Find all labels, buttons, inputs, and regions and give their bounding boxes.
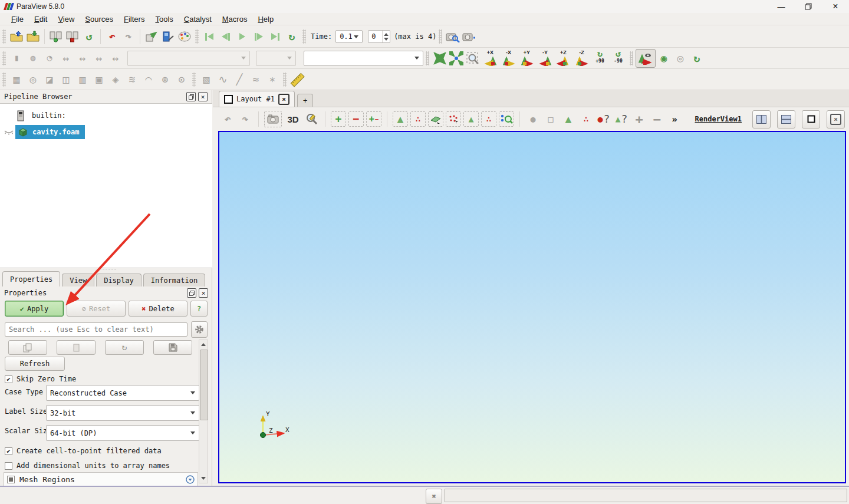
rescale-to-data-button[interactable]: ◔ [41,50,58,67]
camera-redo-button[interactable]: ↷ [238,111,253,127]
rescale-custom-button[interactable]: ↔ [74,50,91,67]
maximize-view-button[interactable] [802,110,820,129]
interactive-zoom-button[interactable] [304,111,320,127]
properties-scrollbar[interactable] [199,340,208,483]
glyph-filter-button[interactable]: ◈ [107,71,124,88]
first-frame-button[interactable] [201,28,218,45]
representation-combo[interactable] [304,51,423,66]
mesh-regions-checkbox[interactable] [7,476,15,483]
menu-filters[interactable]: Filters [119,14,150,24]
split-vertical-button[interactable] [777,110,795,129]
tab-view[interactable]: View [62,274,94,286]
save-data-button[interactable] [25,28,41,45]
view-minus-z-button[interactable]: -Z [572,50,591,67]
restore-button[interactable] [795,0,822,13]
menu-file[interactable]: File [6,14,29,24]
reset-button[interactable]: ⊘ Reset [67,301,126,317]
select-cells-through-button[interactable] [428,111,443,127]
view-minus-x-button[interactable]: -X [499,50,518,67]
view-plus-x-button[interactable]: +X [481,50,499,67]
extract-subset-button[interactable]: ▣ [91,71,107,88]
menu-tools[interactable]: Tools [150,14,178,24]
view-plus-y-button[interactable]: +Y [518,50,536,67]
camera-undo-button[interactable] [143,28,160,45]
render-viewport[interactable]: Y Z X [218,131,846,483]
edit-color-map-button[interactable] [160,28,176,45]
reload-times-button[interactable]: ↺ [81,28,97,45]
combine-values-icon[interactable] [186,475,195,484]
edit-color-map-button-2[interactable]: ◍ [25,50,41,67]
redo-button[interactable]: ↷ [120,28,137,45]
select-points-polygon-button[interactable]: ∴ [481,111,496,127]
pick-rotation-center-button[interactable]: ↻ [689,50,705,67]
panel-splitter[interactable] [0,267,212,271]
camera-undo-button[interactable]: ↶ [220,111,235,127]
query-points-button[interactable]: ●? [596,111,611,127]
add-selection-button[interactable]: + [331,111,346,127]
rotate-90-cw-button[interactable]: ↻ +90 [591,50,609,67]
paste-properties-button[interactable] [57,340,96,355]
rescale-visible-button[interactable]: ↔ [107,50,124,67]
label-size-combo[interactable]: 32-bit [46,405,199,421]
menu-sources[interactable]: Sources [80,14,119,24]
abort-progress-button[interactable]: ✖ [426,489,442,504]
delete-button[interactable]: ✖ Delete [129,301,187,317]
toggle-selection-button[interactable]: +− [366,111,381,127]
show-center-axes-button[interactable]: ◎ [672,50,689,67]
set-rotation-center-button[interactable]: ◉ [656,50,672,67]
select-points-through-button[interactable] [446,111,461,127]
interactive-select-points-button[interactable]: ∴ [578,111,594,127]
scalar-size-combo[interactable]: 64-bit (DP) [46,425,199,441]
spin-up-icon[interactable] [384,33,389,36]
visibility-off-eye-icon[interactable] [4,129,14,135]
undo-button[interactable]: ↶ [104,28,120,45]
scroll-down-button[interactable] [199,474,208,483]
reset-defaults-button[interactable]: ↻ [105,340,144,355]
rescale-range-button[interactable]: ↔ [58,50,74,67]
open-file-button[interactable] [8,28,25,45]
skip-zero-time-checkbox[interactable]: ✔ [5,375,12,383]
add-dimensional-units-row[interactable]: Add dimensional units to array names [5,462,170,470]
close-panel-button[interactable]: × [199,288,208,298]
tab-information[interactable]: Information [143,274,205,286]
search-options-button[interactable] [191,321,208,338]
tab-properties[interactable]: Properties [2,271,60,286]
create-cell-to-point-row[interactable]: ✔ Create cell-to-point filtered data [5,447,162,455]
plot-over-time-button[interactable]: ∿ [215,71,231,88]
previous-frame-button[interactable] [218,28,234,45]
undock-panel-button[interactable] [187,288,196,298]
render-view-title[interactable]: RenderView1 [695,115,742,123]
select-cells-rect-button[interactable]: ▲ [393,111,408,127]
scrollbar-thumb[interactable] [200,350,208,420]
view-minus-y-button[interactable]: -Y [536,50,554,67]
group-datasets-button[interactable]: ⊚ [157,71,173,88]
select-cells-polygon-button[interactable]: ▲ [463,111,479,127]
temporal-interpolator-button[interactable]: ∗ [264,71,281,88]
play-button[interactable] [234,28,251,45]
apply-button[interactable]: ✔ Apply [5,301,64,317]
zoom-to-box-button[interactable] [465,50,481,67]
ruler-button[interactable] [289,71,305,88]
next-frame-button[interactable] [251,28,267,45]
disconnect-server-button[interactable] [64,28,81,45]
mesh-regions-section[interactable]: Mesh Regions [4,472,198,486]
undock-panel-button[interactable] [186,92,196,101]
warp-filter-button[interactable]: ◠ [140,71,157,88]
menu-help[interactable]: Help [252,14,279,24]
grow-selection-button[interactable]: + [631,111,647,127]
ungroup-button[interactable]: ⊙ [173,71,190,88]
menu-edit[interactable]: Edit [29,14,52,24]
menu-view[interactable]: View [52,14,80,24]
search-input[interactable] [5,322,187,337]
skip-zero-time-row[interactable]: ✔ Skip Zero Time [5,375,76,383]
color-palette-button[interactable] [176,28,193,45]
copy-properties-button[interactable] [8,340,47,355]
last-frame-button[interactable] [267,28,284,45]
pipeline-item-builtin[interactable]: builtin: [0,108,212,123]
select-points-rect-button[interactable]: ∴ [410,111,426,127]
zoom-to-data-button[interactable] [448,50,465,67]
calculator-filter-button[interactable]: ▦ [8,71,25,88]
query-cells-button[interactable]: ▲? [614,111,629,127]
slice-filter-button[interactable]: ◫ [58,71,74,88]
toggle-color-legend-button[interactable]: ▮ [8,50,25,67]
